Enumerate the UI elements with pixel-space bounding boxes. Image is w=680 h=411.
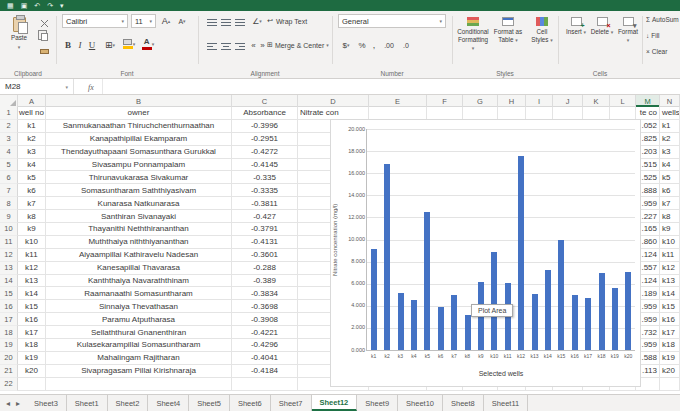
align-center-button[interactable] <box>220 39 232 53</box>
cell-A16[interactable]: k15 <box>18 300 46 313</box>
row-header-14[interactable]: 14 <box>0 275 18 288</box>
cell-N5[interactable]: k4 <box>660 159 680 172</box>
cell-A21[interactable]: k20 <box>18 365 46 378</box>
cell-N17[interactable]: k16 <box>660 313 680 326</box>
format-painter-button[interactable] <box>37 44 51 58</box>
row-header-15[interactable]: 15 <box>0 287 18 300</box>
select-all-corner[interactable] <box>0 95 18 107</box>
chart-bar-k10[interactable] <box>491 252 497 350</box>
row-header-13[interactable]: 13 <box>0 262 18 275</box>
cell-A6[interactable]: k5 <box>18 171 46 184</box>
name-box[interactable]: M28 ▾ <box>0 79 74 94</box>
cell-A9[interactable]: k8 <box>18 210 46 223</box>
row-header-2[interactable]: 2 <box>0 120 18 133</box>
row-header-16[interactable]: 16 <box>0 300 18 313</box>
column-header-L[interactable]: L <box>610 95 636 107</box>
chart-bar-k5[interactable] <box>424 212 430 350</box>
cell-B22[interactable] <box>46 378 232 391</box>
cell-B6[interactable]: Thirunavukarasa Sivakumar <box>46 171 232 184</box>
cell-A11[interactable]: k10 <box>18 236 46 249</box>
sheet-tab-Sheet3[interactable]: Sheet3 <box>26 395 67 411</box>
cell-A2[interactable]: k1 <box>18 120 46 133</box>
cell-N3[interactable]: k2 <box>660 133 680 146</box>
decrease-indent-button[interactable]: « <box>249 38 258 52</box>
number-format-select[interactable]: General ▾ <box>338 14 446 28</box>
grow-font-button[interactable]: A▴ <box>159 14 173 28</box>
row-header-8[interactable]: 8 <box>0 197 18 210</box>
cell-C18[interactable]: -0.4221 <box>232 326 298 339</box>
cell-B14[interactable]: Kanththaiya Navaraththinam <box>46 275 232 288</box>
conditional-formatting-button[interactable]: ConditionalFormatting ▾ <box>456 14 490 61</box>
cell-A18[interactable]: k17 <box>18 326 46 339</box>
chart-bar-k7[interactable] <box>451 295 457 350</box>
chart-bar-k1[interactable] <box>371 249 377 350</box>
cell-B7[interactable]: Somasuntharam Saththiyasivam <box>46 184 232 197</box>
align-left-button[interactable] <box>206 39 218 53</box>
row-header-18[interactable]: 18 <box>0 326 18 339</box>
cell-F1[interactable] <box>427 107 463 120</box>
sheet-tab-Sheet1[interactable]: Sheet1 <box>67 395 108 411</box>
cell-A19[interactable]: k18 <box>18 339 46 352</box>
cell-H1[interactable] <box>498 107 526 120</box>
chart-bar-k18[interactable] <box>599 273 605 350</box>
cell-N14[interactable]: k13 <box>660 275 680 288</box>
cell-B3[interactable]: Kanapathipillai Ekamparam <box>46 133 232 146</box>
save-icon[interactable]: ▣ <box>21 0 28 11</box>
column-header-M[interactable]: M <box>636 95 660 107</box>
shrink-font-button[interactable]: A▾ <box>175 14 189 28</box>
sheet-nav-left-icon[interactable]: ◂ <box>6 399 10 408</box>
cell-A5[interactable]: k4 <box>18 159 46 172</box>
cell-C8[interactable]: -0.3811 <box>232 197 298 210</box>
format-cells-button[interactable]: ▾ Format ▾ <box>616 14 640 61</box>
cell-K1[interactable] <box>583 107 610 120</box>
row-header-20[interactable]: 20 <box>0 352 18 365</box>
cell-C7[interactable]: -0.3335 <box>232 184 298 197</box>
copy-button[interactable] <box>38 30 50 44</box>
chart-bar-k20[interactable] <box>625 272 631 350</box>
clear-button[interactable]: ×Clear <box>646 48 680 55</box>
cell-B17[interactable]: Paramu Atputharasa <box>46 313 232 326</box>
font-color-button[interactable]: A▾ <box>140 37 156 51</box>
sheet-tab-Sheet4[interactable]: Sheet4 <box>148 395 189 411</box>
cell-C19[interactable]: -0.4296 <box>232 339 298 352</box>
row-header-22[interactable]: 22 <box>0 378 18 391</box>
font-name-select[interactable]: Calibri ▾ <box>62 14 128 28</box>
cell-C2[interactable]: -0.3996 <box>232 120 298 133</box>
chart-bar-k14[interactable] <box>545 270 551 350</box>
align-right-button[interactable] <box>234 39 246 53</box>
font-size-select[interactable]: 11 ▾ <box>131 14 156 28</box>
cell-A12[interactable]: k11 <box>18 249 46 262</box>
chart-bar-k16[interactable] <box>572 295 578 350</box>
column-header-E[interactable]: E <box>369 95 427 107</box>
cell-N13[interactable]: k12 <box>660 262 680 275</box>
cell-B20[interactable]: Mahalingam Rajitharan <box>46 352 232 365</box>
row-header-3[interactable]: 3 <box>0 133 18 146</box>
cell-N8[interactable]: k7 <box>660 197 680 210</box>
sheet-tab-Sheet10[interactable]: Sheet10 <box>398 395 443 411</box>
column-header-N[interactable]: N <box>660 95 680 107</box>
row-header-6[interactable]: 6 <box>0 171 18 184</box>
undo-icon[interactable]: ↶ <box>34 0 40 11</box>
row-header-4[interactable]: 4 <box>0 146 18 159</box>
chart-bar-k17[interactable] <box>585 298 591 350</box>
cell-B15[interactable]: Raamanaathi Somasuntharam <box>46 287 232 300</box>
comma-style-button[interactable]: , <box>369 38 379 52</box>
cell-N2[interactable]: k1 <box>660 120 680 133</box>
fill-button[interactable]: ↓Fill <box>646 32 680 39</box>
cell-N16[interactable]: k15 <box>660 300 680 313</box>
cut-button[interactable] <box>37 16 51 30</box>
cell-C13[interactable]: -0.288 <box>232 262 298 275</box>
column-header-A[interactable]: A <box>18 95 46 107</box>
column-header-B[interactable]: B <box>46 95 232 107</box>
increase-indent-button[interactable]: » <box>258 38 267 52</box>
column-header-I[interactable]: I <box>526 95 553 107</box>
sheet-tab-Sheet2[interactable]: Sheet2 <box>108 395 149 411</box>
cell-C20[interactable]: -0.4041 <box>232 352 298 365</box>
sheet-tab-Sheet12[interactable]: Sheet12 <box>312 395 358 411</box>
sheet-nav-right-icon[interactable]: ▸ <box>16 399 20 408</box>
row-header-7[interactable]: 7 <box>0 184 18 197</box>
cell-C3[interactable]: -0.2951 <box>232 133 298 146</box>
column-header-D[interactable]: D <box>298 95 369 107</box>
decrease-decimal-button[interactable]: .0 <box>399 38 413 52</box>
cell-N10[interactable]: k9 <box>660 223 680 236</box>
